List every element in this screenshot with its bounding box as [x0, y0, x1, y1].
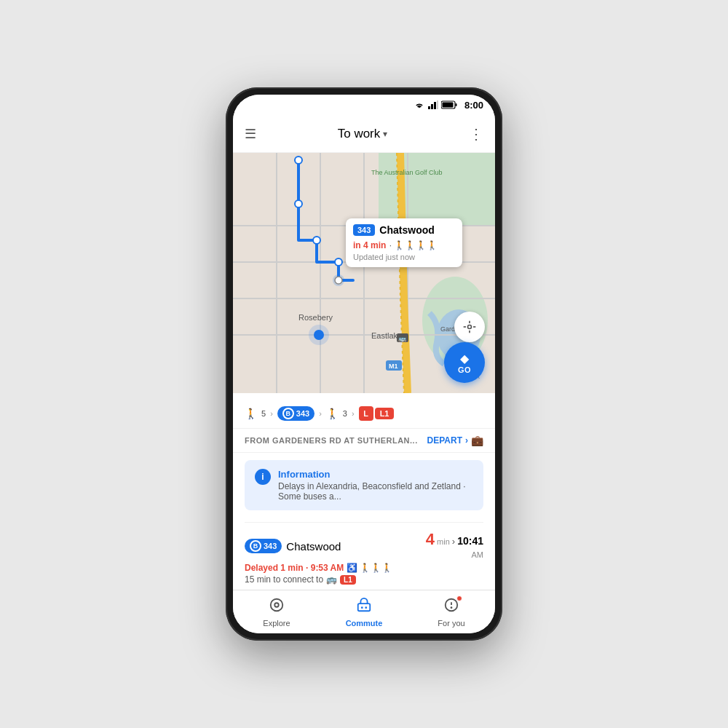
map-tooltip[interactable]: 343 Chatswood in 4 min · 🚶🚶🚶🚶 Updated ju… [346, 218, 462, 267]
svg-rect-2 [434, 102, 436, 109]
arrival-time: 10:41 [457, 535, 483, 547]
tooltip-time: in 4 min [353, 240, 386, 250]
destination-title: To work [338, 127, 381, 141]
commute-label: Commute [346, 619, 383, 628]
bus-number: 343 [296, 409, 309, 418]
from-text: FROM GARDENERS RD AT SUTHERLAN... [245, 436, 418, 445]
svg-point-44 [271, 598, 283, 611]
svg-point-23 [313, 237, 320, 244]
explore-icon [269, 597, 285, 617]
svg-text:Rosebery: Rosebery [298, 313, 333, 322]
svg-point-22 [295, 200, 302, 207]
tooltip-destination: Chatswood [379, 224, 434, 236]
destination-selector[interactable]: To work ▾ [338, 127, 388, 141]
status-bar: 8:00 [233, 95, 495, 115]
delay-text: Delayed 1 min · 9:53 AM [245, 563, 344, 573]
commute-icon [356, 597, 372, 617]
nav-for-you[interactable]: For you [408, 590, 495, 633]
svg-point-21 [295, 157, 302, 164]
explore-label: Explore [263, 619, 290, 628]
svg-rect-1 [431, 104, 433, 109]
wifi-icon [414, 100, 425, 109]
bus-letter: B [282, 408, 294, 419]
trip-bus-letter: B [250, 540, 261, 552]
location-icon [462, 320, 477, 334]
trip-min-label: min [437, 537, 450, 546]
signal-icon [428, 100, 438, 109]
nav-explore[interactable]: Explore [233, 590, 320, 633]
bottom-sheet: 🚶 5 › B 343 › 🚶 3 › L L1 [233, 393, 495, 590]
walk1-icon: 🚶 [245, 408, 257, 419]
status-icons: 8:00 [414, 100, 483, 111]
connect-route: L1 [340, 575, 356, 585]
chevron3: › [352, 409, 355, 418]
notification-dot [456, 596, 462, 601]
svg-rect-5 [455, 103, 456, 106]
svg-rect-0 [428, 106, 430, 109]
go-label: GO [458, 365, 471, 374]
depart-chevron: › [465, 435, 468, 446]
trip-card[interactable]: B 343 Chatswood 4 min › 10:41 [245, 522, 483, 590]
svg-text:The Australian Golf Club: The Australian Golf Club [371, 169, 443, 176]
dropdown-arrow: ▾ [383, 129, 387, 139]
svg-rect-3 [437, 100, 438, 109]
trip-bus-number: 343 [264, 542, 277, 550]
trip-destination: Chatswood [286, 540, 341, 553]
go-arrow-icon: ◆ [460, 352, 469, 365]
arrival-arrow: › [452, 536, 455, 547]
trip-connect: 15 min to connect to 🚌 L1 [245, 574, 483, 585]
arrival-period: AM [472, 550, 484, 559]
route-summary: 🚶 5 › B 343 › 🚶 3 › L L1 [233, 403, 495, 429]
map-area: Maloney St Jlener Rd Rosebery Eastlakes [233, 153, 495, 393]
connect-text: 15 min to connect to [245, 574, 323, 585]
svg-rect-6 [442, 103, 453, 108]
walk1-steps: 5 [261, 409, 266, 418]
svg-text:M1: M1 [389, 363, 398, 370]
occupancy-icon: 🚶🚶🚶 [360, 563, 392, 573]
train-number-badge: L1 [375, 408, 395, 419]
menu-button[interactable]: ☰ [245, 126, 256, 142]
go-button[interactable]: ◆ GO [444, 342, 485, 383]
depart-label: DEPART [427, 435, 462, 446]
location-button[interactable] [454, 312, 485, 342]
trip-bus-badge: B 343 [245, 539, 282, 553]
info-body: Delays in Alexandria, Beaconsfield and Z… [278, 481, 473, 502]
for-you-label: For you [438, 619, 464, 628]
svg-rect-45 [358, 604, 371, 611]
battery-icon [441, 100, 457, 109]
more-options-button[interactable]: ⋮ [469, 125, 483, 143]
status-time: 8:00 [464, 100, 483, 111]
depart-button[interactable]: DEPART › 💼 [427, 435, 483, 446]
top-bar: ☰ To work ▾ ⋮ [233, 115, 495, 153]
briefcase-icon: 💼 [471, 435, 483, 446]
trip-arrival: 10:41 AM [457, 534, 483, 561]
tooltip-occupancy: · 🚶🚶🚶🚶 [389, 240, 438, 250]
nav-commute[interactable]: Commute [320, 590, 408, 633]
svg-point-26 [335, 277, 342, 284]
info-title: Information [278, 469, 473, 480]
connect-bus-icon: 🚌 [326, 574, 337, 585]
from-line: FROM GARDENERS RD AT SUTHERLAN... DEPART… [233, 429, 495, 453]
svg-text:🚌: 🚌 [398, 334, 407, 343]
info-content: Information Delays in Alexandria, Beacon… [278, 469, 473, 502]
info-icon: i [255, 469, 271, 485]
walk2-steps: 3 [343, 409, 347, 418]
trip-delay: Delayed 1 min · 9:53 AM ♿ 🚶🚶🚶 [245, 563, 483, 573]
for-you-icon [443, 597, 459, 617]
svg-point-43 [274, 603, 279, 607]
accessibility-icon: ♿ [347, 563, 357, 573]
chevron2: › [319, 409, 322, 418]
chevron1: › [270, 409, 273, 418]
tooltip-bus-badge: 343 [353, 224, 375, 236]
train-l-badge: L [359, 406, 373, 421]
svg-point-28 [314, 330, 324, 340]
trip-minutes: 4 [426, 531, 435, 547]
svg-point-24 [335, 258, 342, 266]
trip-right: 4 min › 10:41 AM [426, 531, 483, 561]
bus-route-badge: B 343 [277, 406, 314, 421]
info-card[interactable]: i Information Delays in Alexandria, Beac… [245, 460, 483, 510]
svg-rect-8 [379, 153, 495, 226]
svg-point-38 [468, 325, 472, 329]
trip-left: B 343 Chatswood [245, 539, 341, 553]
walk2-icon: 🚶 [326, 408, 339, 419]
